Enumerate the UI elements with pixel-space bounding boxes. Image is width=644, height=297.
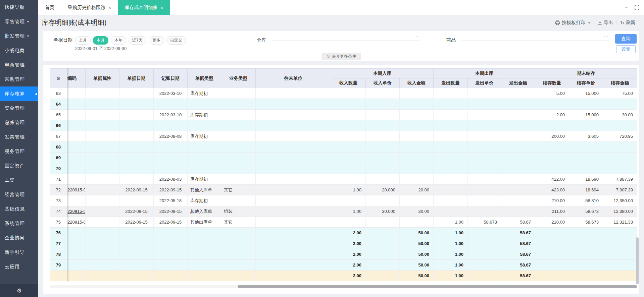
sidebar-item-10[interactable]: 税务管理 xyxy=(0,144,38,159)
cell-inAmt: 50.00 xyxy=(400,271,434,281)
vertical-scrollbar-thumb[interactable] xyxy=(636,237,639,284)
product-picker-icon[interactable]: ⋯ xyxy=(604,34,608,39)
col-out-price[interactable]: 发出单价 xyxy=(468,78,501,88)
tab-1[interactable]: 采购历史价格跟踪× xyxy=(61,0,118,15)
sidebar-item-5[interactable]: 采购管理 xyxy=(0,72,38,86)
sidebar-item-18[interactable]: 云应用 xyxy=(0,259,38,274)
sidebar-item-15[interactable]: 系统管理 xyxy=(0,216,38,231)
minimize-icon[interactable]: − xyxy=(625,5,628,10)
export-button[interactable]: 导出 xyxy=(594,20,616,26)
col-code[interactable]: 编码 xyxy=(67,69,86,88)
double-chevron-down-icon xyxy=(326,55,330,58)
table-row[interactable]: 70 xyxy=(50,163,637,174)
document-code-link[interactable]: 220915-0 xyxy=(67,220,86,225)
warehouse-input[interactable]: ⋯ xyxy=(272,34,419,41)
sidebar-item-16[interactable]: 企业协同 xyxy=(0,231,38,245)
date-pill-5[interactable]: 自定义 xyxy=(166,36,186,45)
sidebar-item-17[interactable]: 新手引导 xyxy=(0,245,38,259)
cell-inQty xyxy=(331,88,366,99)
query-button[interactable]: 查询 xyxy=(615,34,637,44)
table-row[interactable]: 74220915-02022-09-152022-09-15其他入库单组装1.0… xyxy=(50,206,637,217)
sidebar-item-3[interactable]: 小畅电商 xyxy=(0,43,38,58)
horizontal-scrollbar-thumb[interactable] xyxy=(238,285,637,288)
sidebar-item-label: 电商管理 xyxy=(5,62,25,68)
sidebar-item-4[interactable]: 电商管理 xyxy=(0,58,38,72)
main-area: 首页采购历史价格跟踪×库存成本明细账× − 库存明细账(成本明细) xyxy=(38,0,644,297)
document-code-link[interactable]: 220915-0 xyxy=(67,187,86,192)
table-row[interactable]: 732022-05-18库存期初210.0058.81012,350.00 xyxy=(50,195,637,206)
table-row[interactable]: 632022-03-10库存期初5.0015.00075.00 xyxy=(50,88,637,99)
sidebar-item-8[interactable]: 总账管理 xyxy=(0,115,38,130)
table-footer-row[interactable]: 2.0050.001.0058.67 xyxy=(50,271,637,281)
date-pill-3[interactable]: 近7天 xyxy=(129,36,146,45)
cell-inQty xyxy=(331,131,366,142)
sidebar-item-1[interactable]: 零售管理▼ xyxy=(0,14,38,29)
date-pill-1[interactable]: 本月 xyxy=(93,36,108,45)
expand-more-conditions-button[interactable]: 展开更多条件 xyxy=(321,53,361,60)
cell-outPrice xyxy=(468,238,501,249)
horizontal-scrollbar[interactable] xyxy=(50,285,637,288)
sidebar-settings-button[interactable]: ⚙ xyxy=(0,284,38,297)
table-row[interactable]: 712022-08-03库存期初422.0018.6907,887.39 xyxy=(50,174,637,185)
print-by-template-button[interactable]: 按模板打印 ▼ xyxy=(552,20,594,26)
cell-outPrice xyxy=(468,185,501,195)
table-row[interactable]: 72220915-02022-09-152022-09-15其他入库单其它1.0… xyxy=(50,185,637,195)
date-pill-0[interactable]: 上月 xyxy=(75,36,91,45)
table-row[interactable]: 64 xyxy=(50,99,637,110)
document-code-link[interactable]: 220915-0 xyxy=(67,209,86,214)
col-bal-qty[interactable]: 结存数量 xyxy=(535,78,569,88)
sidebar-item-12[interactable]: 工资 xyxy=(0,173,38,187)
collapse-arrow-icon[interactable]: ◀ xyxy=(35,92,37,96)
col-doc-date[interactable]: 单据日期 xyxy=(119,69,154,88)
col-doc-attr[interactable]: 单据属性 xyxy=(86,69,119,88)
table-row[interactable]: 68 xyxy=(50,142,637,153)
table-row[interactable]: 672022-08-08库存期初200.003.605720.95 xyxy=(50,131,637,142)
vertical-scrollbar[interactable] xyxy=(636,88,639,284)
date-pill-4[interactable]: 更多 xyxy=(149,36,164,45)
fullscreen-icon[interactable] xyxy=(635,5,639,10)
sidebar-item-9[interactable]: 发票管理 xyxy=(0,130,38,144)
gear-icon: ⚙ xyxy=(16,287,21,294)
cell-inAmt: 30.00 xyxy=(400,206,434,217)
col-post-date[interactable]: 记账日期 xyxy=(154,69,188,88)
sidebar-item-2[interactable]: 批发管理▼ xyxy=(0,29,38,43)
table-row[interactable]: 652022-03-10库存期初2.0015.00030.00 xyxy=(50,110,637,120)
col-doc-type[interactable]: 单据类型 xyxy=(188,69,221,88)
col-partner[interactable]: 往来单位 xyxy=(256,69,331,88)
product-input[interactable]: ⋯ xyxy=(461,34,609,41)
table-row[interactable]: 66 xyxy=(50,120,637,131)
table-row[interactable]: 75220915-02022-09-152022-09-15其他出库单其它1.0… xyxy=(50,217,637,228)
cell-docDate xyxy=(119,238,154,249)
cell-partner xyxy=(256,110,331,120)
cell-attr xyxy=(86,131,119,142)
tab-2[interactable]: 库存成本明细账× xyxy=(118,0,170,15)
col-bal-amt[interactable]: 结存金额 xyxy=(603,78,637,88)
close-icon[interactable]: × xyxy=(108,5,111,10)
sidebar-item-14[interactable]: 基础信息 xyxy=(0,202,38,216)
cell-balAmt xyxy=(603,120,637,131)
col-in-amt[interactable]: 收入金额 xyxy=(400,78,434,88)
col-out-amt[interactable]: 发出金额 xyxy=(501,78,535,88)
table-row[interactable]: 782.0050.001.0058.67 xyxy=(50,249,637,260)
table-row[interactable]: 792.0050.001.0058.67 xyxy=(50,260,637,271)
warehouse-picker-icon[interactable]: ⋯ xyxy=(414,34,419,39)
tab-0[interactable]: 首页 xyxy=(38,0,61,15)
col-in-price[interactable]: 收入单价 xyxy=(366,78,400,88)
column-settings-gear-icon[interactable]: ⚙ xyxy=(50,69,67,88)
col-in-qty[interactable]: 收入数量 xyxy=(331,78,366,88)
sidebar-item-7[interactable]: 资金管理 xyxy=(0,101,38,115)
refresh-button[interactable]: ↻ 刷新 xyxy=(617,20,639,26)
table-row[interactable]: 772.0050.001.0058.67 xyxy=(50,238,637,249)
col-out-qty[interactable]: 发出数量 xyxy=(434,78,468,88)
col-biz-type[interactable]: 业务类型 xyxy=(221,69,256,88)
sidebar-item-6[interactable]: 库存核算◀ xyxy=(0,86,38,101)
sidebar-item-13[interactable]: 经营管理 xyxy=(0,187,38,202)
col-bal-price[interactable]: 结存单价 xyxy=(569,78,603,88)
table-row[interactable]: 69 xyxy=(50,153,637,163)
sidebar-item-11[interactable]: 固定资产 xyxy=(0,159,38,173)
close-icon[interactable]: × xyxy=(160,5,163,10)
table-row[interactable]: 762.0050.001.0058.67 xyxy=(50,228,637,238)
settings-button[interactable]: 设置 xyxy=(616,45,636,53)
sidebar-item-0[interactable]: 快捷导航 xyxy=(0,0,38,14)
date-pill-2[interactable]: 本年 xyxy=(111,36,126,45)
